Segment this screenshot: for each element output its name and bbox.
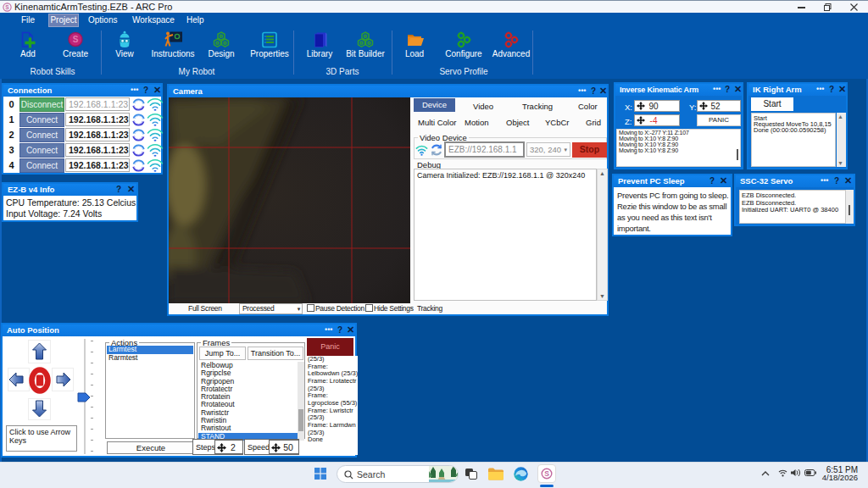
svg-text:S: S (5, 4, 9, 10)
svg-text:S: S (73, 35, 79, 44)
svg-text:S: S (544, 469, 549, 478)
